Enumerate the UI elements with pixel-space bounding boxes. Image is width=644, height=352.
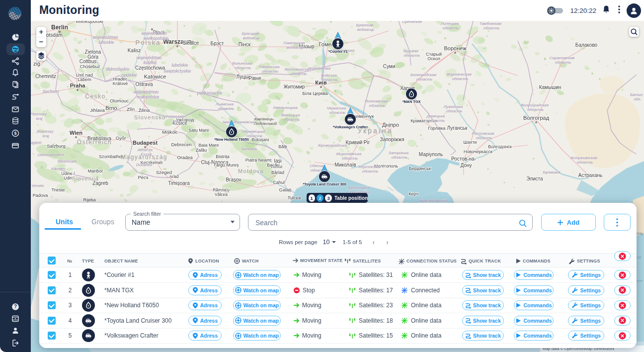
- svg-text:Курская: Курская: [403, 49, 418, 53]
- svg-text:область: область: [369, 103, 386, 108]
- svg-text:Волгодонск: Волгодонск: [488, 144, 512, 149]
- svg-text:Белгородская: Белгородская: [410, 73, 437, 77]
- svg-text:Česko: Česko: [85, 92, 106, 100]
- svg-text:Тамбовская: Тамбовская: [480, 21, 502, 26]
- svg-text:Kärnten: Kärnten: [51, 167, 66, 171]
- svg-text:область: область: [235, 66, 251, 70]
- svg-text:Slovenija: Slovenija: [72, 176, 99, 181]
- svg-text:Бердянськ: Бердянськ: [409, 166, 431, 171]
- svg-text:Львівська: Львівська: [215, 102, 234, 106]
- svg-text:Chemnitz: Chemnitz: [35, 74, 56, 79]
- svg-text:Jihlava: Jihlava: [90, 107, 105, 113]
- svg-text:область: область: [218, 106, 235, 111]
- svg-text:Чернігівська: Чернігівська: [308, 66, 331, 71]
- svg-text:Волгоградская: Волгоградская: [521, 103, 549, 107]
- svg-text:Steiermark: Steiermark: [58, 159, 78, 164]
- svg-text:Magyarország: Magyarország: [121, 154, 167, 161]
- svg-text:Вінницька: Вінницька: [281, 113, 300, 117]
- svg-text:Рівненська: Рівненська: [259, 65, 280, 69]
- svg-text:Baia Mare: Baia Mare: [198, 143, 219, 148]
- svg-text:Katowice: Katowice: [144, 74, 166, 80]
- svg-text:Хмельницька: Хмельницька: [272, 105, 298, 110]
- svg-text:Шахти: Шахти: [464, 140, 477, 145]
- svg-text:Черкаська: Черкаська: [327, 106, 346, 110]
- svg-text:Орловская: Орловская: [402, 21, 422, 24]
- svg-text:Дону: Дону: [461, 163, 472, 168]
- svg-text:Budapest: Budapest: [133, 140, 158, 146]
- svg-text:Кам'янець-: Кам'янець-: [254, 117, 275, 121]
- svg-text:Olomouc: Olomouc: [110, 98, 129, 103]
- svg-text:Біла Церква: Біла Церква: [303, 91, 328, 96]
- svg-text:Jihočeský: Jihočeský: [35, 129, 54, 134]
- svg-text:Батыс: Батыс: [630, 92, 643, 97]
- svg-text:Salzburg: Salzburg: [47, 143, 66, 149]
- svg-text:обл.: обл.: [634, 97, 642, 101]
- svg-text:Brno: Brno: [105, 105, 117, 111]
- svg-text:Târgu Mureș: Târgu Mureș: [213, 163, 239, 168]
- svg-text:Győr: Győr: [116, 135, 126, 141]
- svg-text:świętokrzyskie: świętokrzyskie: [164, 69, 191, 74]
- svg-text:Wielkopolski: Wielkopolski: [76, 21, 103, 24]
- svg-text:Запорізька: Запорізька: [389, 151, 409, 155]
- svg-text:Częstochowa: Częstochowa: [135, 65, 165, 71]
- svg-text:Житомир: Житомир: [284, 84, 305, 89]
- svg-text:Slovensko: Slovensko: [134, 114, 166, 120]
- svg-text:Cahul: Cahul: [273, 180, 285, 185]
- svg-text:Králové: Králové: [113, 81, 128, 86]
- svg-text:область: область: [262, 69, 279, 74]
- svg-text:Воронежская: Воронежская: [447, 72, 472, 77]
- svg-text:Брэст: Брэст: [211, 41, 224, 46]
- svg-text:lubelskie: lubelskie: [171, 63, 188, 68]
- svg-text:область: область: [429, 118, 445, 123]
- svg-text:Galați: Galați: [279, 187, 292, 192]
- svg-text:Miskolc: Miskolc: [162, 129, 178, 135]
- svg-text:Краснодарский: Краснодарский: [420, 198, 448, 203]
- svg-text:województwo: województwo: [134, 89, 159, 94]
- svg-text:Херсонська: Херсонська: [358, 165, 380, 169]
- svg-text:область: область: [322, 78, 338, 82]
- svg-text:$: $: [14, 131, 16, 136]
- svg-text:область: область: [362, 169, 379, 174]
- svg-text:Pilzeňský: Pilzeňský: [31, 112, 47, 116]
- svg-text:Padova: Padova: [33, 193, 48, 198]
- svg-text:?: ?: [14, 304, 17, 309]
- svg-text:Донецька: Донецька: [426, 114, 445, 118]
- svg-text:вобласць: вобласць: [243, 36, 260, 40]
- svg-text:Керч: Керч: [408, 191, 418, 196]
- svg-text:Астраханская: Астраханская: [570, 156, 598, 160]
- svg-text:Миколаїв: Миколаїв: [334, 162, 356, 168]
- svg-text:Ростовская: Ростовская: [472, 131, 494, 136]
- svg-text:область: область: [476, 136, 492, 140]
- svg-text:Žilina: Žilina: [139, 107, 150, 113]
- svg-text:область: область: [416, 77, 433, 82]
- svg-text:Zalău: Zalău: [196, 148, 207, 153]
- svg-text:Ростов-на-: Ростов-на-: [451, 156, 476, 162]
- svg-text:область: область: [392, 155, 408, 160]
- svg-text:Горлівка: Горлівка: [428, 126, 445, 131]
- svg-text:Волгоград: Волгоград: [523, 115, 550, 121]
- svg-text:Trieste: Trieste: [51, 187, 65, 192]
- svg-text:Bălți: Bălți: [278, 144, 287, 149]
- svg-text:zig: zig: [33, 61, 40, 67]
- svg-text:Berlin: Berlin: [51, 24, 68, 31]
- svg-text:kraj: kraj: [43, 134, 49, 138]
- svg-text:Arad: Arad: [169, 174, 178, 179]
- svg-text:Moldova: Moldova: [238, 168, 264, 174]
- svg-text:Cottbus: Cottbus: [80, 59, 96, 64]
- svg-text:Кривий Ріг: Кривий Ріг: [346, 140, 370, 145]
- svg-text:Udin: Udin: [64, 176, 73, 180]
- svg-text:Липецкая: Липецкая: [440, 21, 459, 26]
- svg-text:Prešovský: Prešovský: [166, 114, 185, 119]
- svg-text:Київська: Київська: [321, 73, 337, 78]
- svg-text:область: область: [329, 110, 346, 115]
- svg-text:Миколаївська: Миколаївська: [336, 152, 362, 156]
- svg-text:область: область: [446, 109, 463, 113]
- svg-text:Астрахань: Астрахань: [578, 173, 603, 178]
- svg-text:Bârlad: Bârlad: [271, 170, 284, 175]
- svg-text:Камышин: Камышин: [539, 85, 562, 90]
- svg-text:область: область: [483, 26, 500, 30]
- svg-text:область: область: [342, 156, 358, 161]
- svg-text:Oberösterreich: Oberösterreich: [38, 153, 64, 157]
- svg-text:województwo: województwo: [137, 55, 162, 60]
- svg-text:Запоріжжя: Запоріжжя: [380, 137, 404, 142]
